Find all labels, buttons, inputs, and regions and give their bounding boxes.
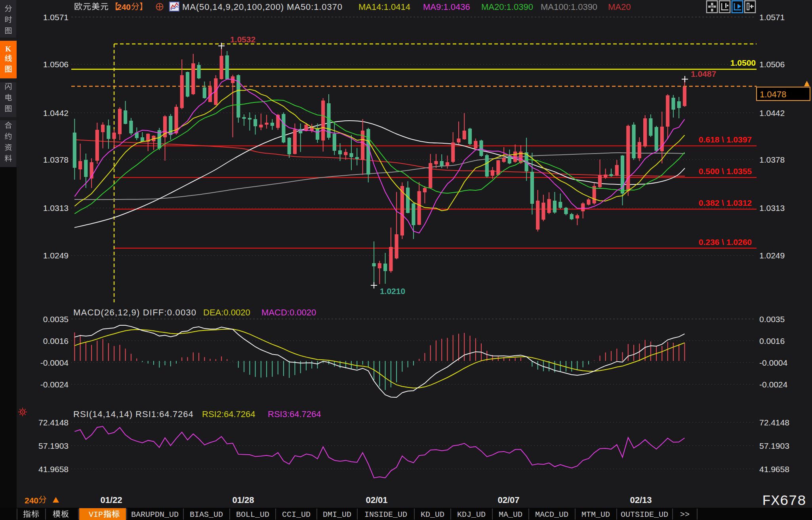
svg-text:1.0506: 1.0506	[43, 60, 69, 69]
svg-text:72.4148: 72.4148	[38, 418, 69, 427]
svg-text:0.0035: 0.0035	[759, 315, 785, 324]
svg-text:02/13: 02/13	[630, 495, 652, 505]
svg-text:1.0249: 1.0249	[759, 251, 785, 260]
svg-text:DMI_UD: DMI_UD	[323, 510, 351, 519]
svg-text:-0.0004: -0.0004	[759, 358, 788, 367]
svg-text:KD_UD: KD_UD	[421, 510, 444, 519]
svg-text:DEA:0.0020: DEA:0.0020	[203, 307, 250, 317]
svg-text:MACD:0.0020: MACD:0.0020	[261, 307, 316, 317]
svg-text:1.0442: 1.0442	[759, 108, 785, 118]
svg-text:-0.0004: -0.0004	[40, 358, 69, 367]
svg-text:0.500 \ 1.0355: 0.500 \ 1.0355	[699, 167, 752, 176]
svg-text:1.0571: 1.0571	[759, 13, 785, 22]
svg-text:-0.0024: -0.0024	[759, 380, 788, 389]
svg-text:CCI_UD: CCI_UD	[282, 510, 311, 519]
svg-text:1.0210: 1.0210	[380, 287, 405, 296]
svg-text:-0.0024: -0.0024	[40, 380, 69, 389]
svg-text:MA(50,14,9,20,100,200) MA50:1.: MA(50,14,9,20,100,200) MA50:1.0370	[182, 2, 343, 12]
svg-text:BIAS_UD: BIAS_UD	[190, 510, 223, 519]
svg-text:01/22: 01/22	[100, 495, 122, 505]
svg-text:INSIDE_UD: INSIDE_UD	[364, 510, 407, 519]
svg-text:MACD_UD: MACD_UD	[535, 510, 568, 519]
svg-text:57.1903: 57.1903	[759, 441, 789, 450]
svg-text:K: K	[6, 45, 11, 53]
svg-text:72.4148: 72.4148	[759, 418, 789, 427]
svg-text:OUTSIDE_UD: OUTSIDE_UD	[621, 510, 668, 519]
svg-text:0.0035: 0.0035	[43, 315, 69, 324]
svg-text:FX678: FX678	[762, 493, 806, 509]
svg-text:VIP: VIP	[89, 510, 103, 519]
svg-text:1.0378: 1.0378	[759, 155, 785, 164]
svg-text:MTM_UD: MTM_UD	[581, 510, 610, 519]
svg-text:0.382 \ 1.0312: 0.382 \ 1.0312	[699, 198, 752, 207]
svg-text:1.0532: 1.0532	[230, 35, 255, 44]
svg-text:0.236 \ 1.0260: 0.236 \ 1.0260	[699, 237, 752, 247]
svg-text:0.0016: 0.0016	[759, 336, 785, 345]
svg-text:1.0478: 1.0478	[760, 89, 786, 99]
svg-text:MA20: MA20	[608, 2, 631, 12]
svg-text:01/28: 01/28	[232, 495, 254, 505]
svg-text:57.1903: 57.1903	[38, 441, 69, 450]
svg-text:1.0500: 1.0500	[730, 58, 756, 67]
svg-text:MA14:1.0414: MA14:1.0414	[358, 2, 410, 12]
svg-text:KDJ_UD: KDJ_UD	[457, 510, 486, 519]
svg-text:1.0506: 1.0506	[759, 60, 785, 69]
svg-text:1.0313: 1.0313	[43, 203, 69, 213]
svg-text:RSI3:64.7264: RSI3:64.7264	[268, 409, 321, 419]
svg-text:BOLL_UD: BOLL_UD	[236, 510, 269, 519]
svg-text:MA_UD: MA_UD	[499, 510, 522, 519]
svg-text:240: 240	[117, 2, 131, 11]
svg-text:1.0442: 1.0442	[43, 108, 69, 118]
svg-text:02/07: 02/07	[497, 495, 519, 505]
svg-text:1.0313: 1.0313	[759, 203, 785, 213]
svg-text:240: 240	[25, 496, 38, 505]
svg-text:MA100:1.0390: MA100:1.0390	[541, 2, 597, 12]
svg-text:RSI(14,14,14) RSI1:64.7264: RSI(14,14,14) RSI1:64.7264	[73, 409, 194, 419]
svg-text:1.0249: 1.0249	[43, 251, 69, 260]
svg-text:02/01: 02/01	[366, 495, 387, 505]
svg-text:RSI2:64.7264: RSI2:64.7264	[202, 409, 255, 419]
svg-text:1.0378: 1.0378	[43, 155, 69, 164]
svg-text:MACD(26,12,9) DIFF:0.0030: MACD(26,12,9) DIFF:0.0030	[73, 307, 196, 317]
svg-text:BARUPDN_UD: BARUPDN_UD	[131, 510, 179, 519]
svg-text:41.9658: 41.9658	[38, 465, 69, 474]
svg-text:0.618 \ 1.0397: 0.618 \ 1.0397	[699, 135, 752, 144]
svg-text:MA20:1.0390: MA20:1.0390	[481, 2, 533, 12]
svg-text:0.0016: 0.0016	[43, 336, 69, 345]
svg-text:1.0487: 1.0487	[691, 69, 716, 78]
svg-text:MA9:1.0436: MA9:1.0436	[423, 2, 470, 12]
svg-text:>>: >>	[680, 510, 690, 519]
svg-text:41.9658: 41.9658	[759, 465, 789, 474]
svg-text:1.0571: 1.0571	[43, 13, 69, 22]
